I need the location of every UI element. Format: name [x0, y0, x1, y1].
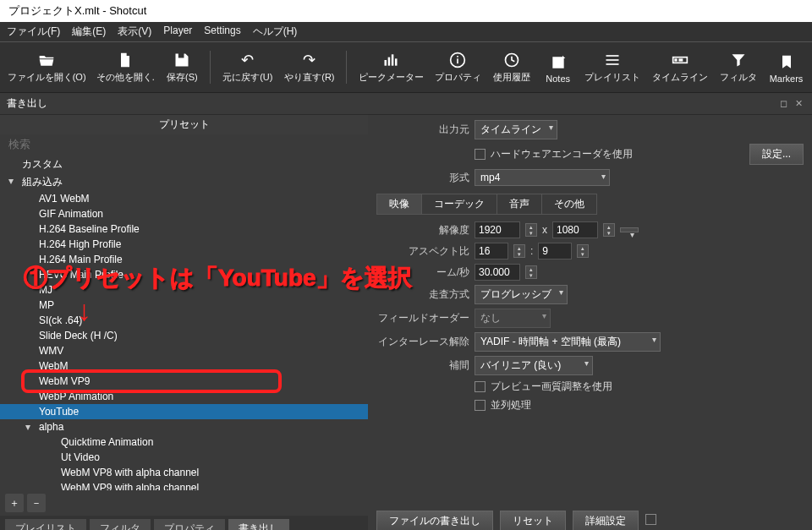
reset-button[interactable]: リセット — [500, 511, 566, 530]
tree-custom[interactable]: カスタム — [0, 156, 368, 173]
format-combo[interactable]: mp4 — [475, 169, 610, 186]
menu-edit[interactable]: 編集(E) — [72, 25, 106, 39]
interp-combo[interactable]: バイリニア (良い) — [475, 356, 593, 375]
parallel-checkbox[interactable] — [475, 400, 486, 411]
timeline-button[interactable]: タイムライン — [647, 47, 712, 87]
tree-item[interactable]: WebM VP8 with alpha channel — [0, 465, 368, 480]
playlist-button[interactable]: プレイリスト — [580, 47, 645, 87]
remove-preset-button[interactable]: － — [27, 494, 46, 512]
resolution-width-input[interactable] — [475, 221, 520, 238]
tab-codec[interactable]: コーデック — [421, 194, 497, 215]
tab-video[interactable]: 映像 — [376, 194, 422, 215]
aspect-num-input[interactable] — [475, 243, 508, 260]
svg-rect-13 — [678, 58, 683, 61]
window-title-bar: プロジェクトX.mlt - Shotcut — [0, 0, 812, 22]
export-panel-header: 書き出し ◻ ✕ — [0, 93, 812, 115]
tree-item[interactable]: GIF Animation — [0, 206, 368, 221]
filter-icon — [730, 51, 747, 69]
tree-builtin[interactable]: ▾組み込み — [0, 173, 368, 191]
svg-rect-0 — [385, 60, 387, 66]
redo-button[interactable]: ↷やり直す(R) — [279, 47, 339, 87]
scan-combo[interactable]: プログレッシブ — [475, 285, 568, 304]
menu-help[interactable]: ヘルプ(H) — [253, 25, 298, 39]
svg-rect-3 — [395, 58, 398, 65]
undo-button[interactable]: ↶元に戻す(U) — [217, 47, 277, 87]
resolution-label: 解像度 — [376, 223, 469, 238]
tab-audio[interactable]: 音声 — [497, 194, 542, 215]
notes-button[interactable]: Notes — [538, 47, 579, 87]
spinner[interactable]: ▴▾ — [525, 265, 537, 279]
resolution-height-input[interactable] — [552, 221, 598, 238]
tree-item[interactable]: SI(ck .64) — [0, 313, 368, 328]
spinner[interactable]: ▴▾ — [603, 223, 615, 237]
export-file-button[interactable]: ファイルの書き出し — [376, 511, 493, 530]
history-button[interactable]: 使用履歴 — [488, 47, 536, 87]
tree-item[interactable]: WebM — [0, 358, 368, 374]
spinner[interactable]: ▴▾ — [577, 244, 589, 258]
scan-label: 走査方式 — [376, 287, 469, 302]
tree-item[interactable]: HEVC Main Profile — [0, 267, 368, 282]
tree-item[interactable]: H.264 High Profile — [0, 237, 368, 252]
resolution-preset-combo[interactable] — [620, 227, 639, 232]
menu-file[interactable]: ファイル(F) — [7, 25, 60, 39]
format-label: 形式 — [376, 171, 469, 185]
tree-item[interactable]: MJ — [0, 282, 368, 298]
svg-rect-10 — [606, 63, 619, 65]
tree-item-youtube[interactable]: YouTube — [0, 404, 368, 419]
hw-encoder-label: ハードウェアエンコーダを使用 — [491, 147, 633, 161]
output-from-combo[interactable]: タイムライン — [475, 120, 557, 139]
output-from-label: 出力元 — [376, 123, 469, 137]
save-icon — [173, 51, 190, 69]
tree-item[interactable]: H.264 Main Profile — [0, 252, 368, 267]
tree-item[interactable]: MP — [0, 298, 368, 313]
deinterlacer-combo[interactable]: YADIF - 時間軸 + 空間軸 (最高) — [475, 332, 661, 352]
add-preset-button[interactable]: ＋ — [5, 494, 24, 512]
save-button[interactable]: 保存(S) — [161, 47, 203, 87]
properties-button[interactable]: プロパティ — [430, 47, 486, 87]
tab-other[interactable]: その他 — [541, 194, 597, 215]
filters-button[interactable]: フィルタ — [714, 47, 762, 87]
configure-button[interactable]: 設定... — [749, 144, 804, 165]
tree-item[interactable]: WebP Animation — [0, 389, 368, 404]
peak-meter-button[interactable]: ピークメーター — [354, 47, 427, 87]
tree-item[interactable]: Slide Deck (H /C) — [0, 328, 368, 343]
main-toolbar: ファイルを開く(O) その他を開く. 保存(S) ↶元に戻す(U) ↷やり直す(… — [0, 42, 812, 93]
open-other-button[interactable]: その他を開く. — [91, 47, 159, 87]
dock-controls[interactable]: ◻ ✕ — [780, 98, 805, 109]
fieldorder-combo[interactable]: なし — [475, 309, 551, 328]
tree-item[interactable]: Quicktime Animation — [0, 434, 368, 450]
folder-open-icon — [38, 51, 55, 69]
menu-settings[interactable]: Settings — [204, 25, 240, 39]
tree-item[interactable]: WebM VP9 — [0, 374, 368, 389]
preview-scaling-label: プレビュー画質調整を使用 — [491, 380, 612, 394]
svg-rect-8 — [606, 55, 619, 57]
colon-label: : — [530, 245, 533, 257]
spinner[interactable]: ▴▾ — [513, 244, 525, 258]
aspect-den-input[interactable] — [538, 243, 572, 260]
tab-export[interactable]: 書き出し — [228, 519, 289, 530]
tree-item[interactable]: AV1 WebM — [0, 191, 368, 206]
fps-label: ーム/秒 — [376, 265, 469, 280]
tab-properties[interactable]: プロパティ — [154, 519, 225, 530]
tree-item[interactable]: Ut Video — [0, 450, 368, 465]
preset-search-input[interactable] — [5, 136, 363, 152]
menu-player[interactable]: Player — [163, 25, 192, 39]
tab-filters[interactable]: フィルタ — [90, 519, 151, 530]
tree-item[interactable]: WebM VP9 with alpha channel — [0, 480, 368, 490]
tree-item[interactable]: WMV — [0, 343, 368, 358]
tree-item[interactable]: H.264 Baseline Profile — [0, 221, 368, 237]
fieldorder-label: フィールドオーダー — [376, 311, 469, 325]
bottom-tab-bar: プレイリスト フィルタ プロパティ 書き出し — [0, 516, 368, 530]
preset-tree[interactable]: カスタム ▾組み込み AV1 WebM GIF Animation H.264 … — [0, 154, 368, 490]
menu-view[interactable]: 表示(V) — [118, 25, 151, 39]
fps-input[interactable] — [475, 264, 520, 281]
spinner[interactable]: ▴▾ — [525, 223, 537, 237]
preview-scaling-checkbox[interactable] — [475, 381, 486, 392]
tab-playlist[interactable]: プレイリスト — [5, 519, 86, 530]
advanced-button[interactable]: 詳細設定 — [573, 511, 639, 530]
markers-button[interactable]: Markers — [764, 47, 809, 87]
tree-item-alpha[interactable]: ▾alpha — [0, 419, 368, 434]
advanced-checkbox[interactable] — [645, 514, 656, 525]
hw-encoder-checkbox[interactable] — [475, 149, 486, 160]
open-file-button[interactable]: ファイルを開く(O) — [3, 47, 90, 87]
